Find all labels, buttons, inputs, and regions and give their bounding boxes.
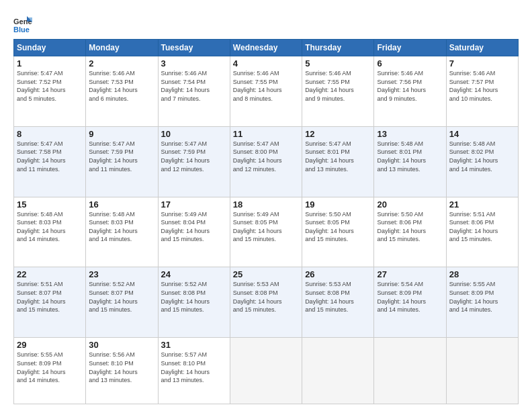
day-info: Sunrise: 5:46 AMSunset: 7:54 PMDaylight:… — [161, 69, 227, 103]
day-cell: 15Sunrise: 5:48 AMSunset: 8:03 PMDayligh… — [14, 197, 86, 267]
week-row-4: 22Sunrise: 5:51 AMSunset: 8:07 PMDayligh… — [14, 267, 519, 338]
logo: General Blue — [13, 15, 35, 34]
header: General Blue — [13, 12, 519, 34]
day-info: Sunrise: 5:46 AMSunset: 7:57 PMDaylight:… — [449, 69, 515, 103]
day-number: 16 — [89, 199, 154, 210]
day-cell: 5Sunrise: 5:46 AMSunset: 7:55 PMDaylight… — [302, 56, 374, 127]
day-info: Sunrise: 5:51 AMSunset: 8:06 PMDaylight:… — [449, 210, 515, 244]
day-number: 21 — [449, 199, 515, 210]
day-number: 18 — [233, 199, 299, 210]
day-number: 26 — [305, 269, 371, 279]
day-cell: 25Sunrise: 5:53 AMSunset: 8:08 PMDayligh… — [230, 267, 302, 338]
day-cell: 19Sunrise: 5:50 AMSunset: 8:05 PMDayligh… — [302, 197, 374, 267]
day-number: 19 — [305, 199, 371, 210]
day-cell — [374, 338, 446, 404]
logo-icon: General Blue — [13, 15, 32, 34]
day-info: Sunrise: 5:48 AMSunset: 8:03 PMDaylight:… — [17, 210, 83, 244]
day-cell: 29Sunrise: 5:55 AMSunset: 8:09 PMDayligh… — [14, 338, 86, 404]
day-info: Sunrise: 5:57 AMSunset: 8:10 PMDaylight:… — [161, 351, 227, 384]
svg-text:Blue: Blue — [13, 26, 30, 34]
day-cell: 8Sunrise: 5:47 AMSunset: 7:58 PMDaylight… — [14, 126, 86, 197]
day-info: Sunrise: 5:48 AMSunset: 8:01 PMDaylight:… — [377, 140, 443, 173]
day-number: 28 — [449, 269, 515, 279]
day-cell — [302, 338, 374, 404]
day-number: 7 — [449, 58, 515, 68]
day-cell: 18Sunrise: 5:49 AMSunset: 8:05 PMDayligh… — [230, 197, 302, 267]
day-number: 29 — [17, 340, 83, 350]
day-info: Sunrise: 5:52 AMSunset: 8:07 PMDaylight:… — [89, 280, 154, 314]
day-number: 23 — [89, 269, 154, 279]
day-cell: 4Sunrise: 5:46 AMSunset: 7:55 PMDaylight… — [230, 56, 302, 127]
day-number: 12 — [305, 129, 371, 139]
day-cell: 28Sunrise: 5:55 AMSunset: 8:09 PMDayligh… — [446, 267, 518, 338]
day-info: Sunrise: 5:48 AMSunset: 8:03 PMDaylight:… — [89, 210, 154, 244]
day-cell: 22Sunrise: 5:51 AMSunset: 8:07 PMDayligh… — [14, 267, 86, 338]
col-header-wednesday: Wednesday — [230, 40, 302, 56]
day-cell: 23Sunrise: 5:52 AMSunset: 8:07 PMDayligh… — [86, 267, 158, 338]
day-cell: 1Sunrise: 5:47 AMSunset: 7:52 PMDaylight… — [14, 56, 86, 127]
day-number: 11 — [233, 129, 299, 139]
page: General Blue SundayMondayTuesdayWednesda… — [0, 0, 532, 411]
day-number: 17 — [161, 199, 227, 210]
day-info: Sunrise: 5:47 AMSunset: 7:59 PMDaylight:… — [89, 140, 154, 173]
day-info: Sunrise: 5:51 AMSunset: 8:07 PMDaylight:… — [17, 280, 83, 314]
day-cell: 31Sunrise: 5:57 AMSunset: 8:10 PMDayligh… — [158, 338, 230, 404]
day-cell: 3Sunrise: 5:46 AMSunset: 7:54 PMDaylight… — [158, 56, 230, 127]
day-info: Sunrise: 5:46 AMSunset: 7:55 PMDaylight:… — [233, 69, 299, 103]
col-header-sunday: Sunday — [14, 40, 86, 56]
day-cell — [446, 338, 518, 404]
col-header-thursday: Thursday — [302, 40, 374, 56]
week-row-1: 1Sunrise: 5:47 AMSunset: 7:52 PMDaylight… — [14, 56, 519, 127]
day-cell: 17Sunrise: 5:49 AMSunset: 8:04 PMDayligh… — [158, 197, 230, 267]
day-number: 6 — [377, 58, 443, 68]
day-info: Sunrise: 5:56 AMSunset: 8:10 PMDaylight:… — [89, 351, 154, 384]
day-number: 4 — [233, 58, 299, 68]
day-cell: 13Sunrise: 5:48 AMSunset: 8:01 PMDayligh… — [374, 126, 446, 197]
day-info: Sunrise: 5:55 AMSunset: 8:09 PMDaylight:… — [17, 351, 83, 384]
day-info: Sunrise: 5:49 AMSunset: 8:04 PMDaylight:… — [161, 210, 227, 244]
col-header-friday: Friday — [374, 40, 446, 56]
day-info: Sunrise: 5:47 AMSunset: 7:59 PMDaylight:… — [161, 140, 227, 173]
day-info: Sunrise: 5:48 AMSunset: 8:02 PMDaylight:… — [449, 140, 515, 173]
day-info: Sunrise: 5:53 AMSunset: 8:08 PMDaylight:… — [305, 280, 371, 314]
col-header-monday: Monday — [86, 40, 158, 56]
day-cell: 11Sunrise: 5:47 AMSunset: 8:00 PMDayligh… — [230, 126, 302, 197]
day-number: 2 — [89, 58, 154, 68]
col-header-tuesday: Tuesday — [158, 40, 230, 56]
day-cell: 20Sunrise: 5:50 AMSunset: 8:06 PMDayligh… — [374, 197, 446, 267]
day-info: Sunrise: 5:50 AMSunset: 8:05 PMDaylight:… — [305, 210, 371, 244]
day-info: Sunrise: 5:49 AMSunset: 8:05 PMDaylight:… — [233, 210, 299, 244]
day-cell: 9Sunrise: 5:47 AMSunset: 7:59 PMDaylight… — [86, 126, 158, 197]
day-cell: 24Sunrise: 5:52 AMSunset: 8:08 PMDayligh… — [158, 267, 230, 338]
day-info: Sunrise: 5:47 AMSunset: 8:01 PMDaylight:… — [305, 140, 371, 173]
day-cell: 30Sunrise: 5:56 AMSunset: 8:10 PMDayligh… — [86, 338, 158, 404]
day-cell: 14Sunrise: 5:48 AMSunset: 8:02 PMDayligh… — [446, 126, 518, 197]
day-info: Sunrise: 5:55 AMSunset: 8:09 PMDaylight:… — [449, 280, 515, 314]
day-number: 24 — [161, 269, 227, 279]
day-number: 25 — [233, 269, 299, 279]
day-info: Sunrise: 5:50 AMSunset: 8:06 PMDaylight:… — [377, 210, 443, 244]
calendar-header-row: SundayMondayTuesdayWednesdayThursdayFrid… — [14, 40, 519, 56]
day-cell: 2Sunrise: 5:46 AMSunset: 7:53 PMDaylight… — [86, 56, 158, 127]
day-cell: 7Sunrise: 5:46 AMSunset: 7:57 PMDaylight… — [446, 56, 518, 127]
day-info: Sunrise: 5:46 AMSunset: 7:56 PMDaylight:… — [377, 69, 443, 103]
day-number: 31 — [161, 340, 227, 350]
week-row-2: 8Sunrise: 5:47 AMSunset: 7:58 PMDaylight… — [14, 126, 519, 197]
day-cell: 26Sunrise: 5:53 AMSunset: 8:08 PMDayligh… — [302, 267, 374, 338]
day-info: Sunrise: 5:47 AMSunset: 7:52 PMDaylight:… — [17, 69, 83, 103]
day-number: 1 — [17, 58, 83, 68]
day-cell: 27Sunrise: 5:54 AMSunset: 8:09 PMDayligh… — [374, 267, 446, 338]
day-number: 22 — [17, 269, 83, 279]
calendar-table: SundayMondayTuesdayWednesdayThursdayFrid… — [13, 39, 519, 404]
day-cell: 10Sunrise: 5:47 AMSunset: 7:59 PMDayligh… — [158, 126, 230, 197]
day-info: Sunrise: 5:52 AMSunset: 8:08 PMDaylight:… — [161, 280, 227, 314]
day-info: Sunrise: 5:46 AMSunset: 7:53 PMDaylight:… — [89, 69, 154, 103]
day-number: 9 — [89, 129, 154, 139]
week-row-3: 15Sunrise: 5:48 AMSunset: 8:03 PMDayligh… — [14, 197, 519, 267]
day-number: 13 — [377, 129, 443, 139]
day-info: Sunrise: 5:54 AMSunset: 8:09 PMDaylight:… — [377, 280, 443, 314]
day-cell: 12Sunrise: 5:47 AMSunset: 8:01 PMDayligh… — [302, 126, 374, 197]
day-number: 30 — [89, 340, 154, 350]
day-number: 8 — [17, 129, 83, 139]
day-cell: 6Sunrise: 5:46 AMSunset: 7:56 PMDaylight… — [374, 56, 446, 127]
